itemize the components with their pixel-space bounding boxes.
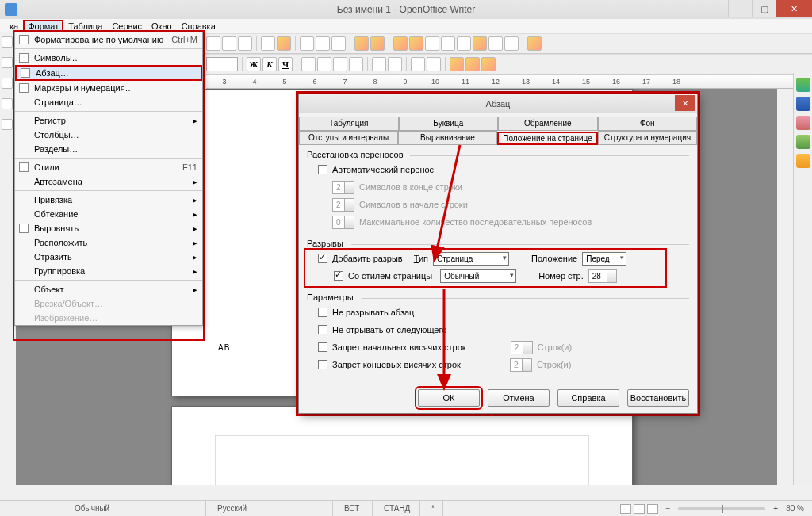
mi-autocorrect[interactable]: Автозамена▸ xyxy=(15,174,202,189)
mi-group[interactable]: Группировка▸ xyxy=(15,264,202,278)
new-icon[interactable] xyxy=(206,36,220,51)
menu-table[interactable]: Таблица xyxy=(63,21,107,32)
chart-icon[interactable] xyxy=(409,36,423,51)
sidebar-properties-icon[interactable] xyxy=(796,78,810,92)
align-justify-icon[interactable] xyxy=(349,57,363,71)
sb-lang[interactable]: Русский xyxy=(206,501,333,516)
spell-icon[interactable] xyxy=(441,36,455,51)
align-center-icon[interactable] xyxy=(317,57,331,71)
zoom-slider[interactable] xyxy=(678,507,765,510)
bold-button[interactable]: Ж xyxy=(247,57,261,71)
sb-selection[interactable]: СТАНД xyxy=(373,501,420,516)
redo-icon[interactable] xyxy=(370,36,385,51)
numlist-icon[interactable] xyxy=(372,57,386,71)
align-left-icon[interactable] xyxy=(301,57,316,71)
menu-format[interactable]: Формат xyxy=(23,20,63,32)
mi-default-formatting[interactable]: Форматирование по умолчаниюCtrl+M xyxy=(15,32,202,47)
spin-widow[interactable]: 2 xyxy=(510,358,532,372)
mi-case[interactable]: Регистр▸ xyxy=(15,113,202,128)
spin-max-hyphen[interactable]: 0 xyxy=(332,216,354,229)
dialog-close-button[interactable]: ✕ xyxy=(675,95,695,111)
mi-page[interactable]: Страница… xyxy=(15,95,202,109)
zoom-in-icon[interactable]: + xyxy=(773,504,778,513)
outdent-icon[interactable] xyxy=(411,57,425,71)
chk-auto-hyphen[interactable] xyxy=(318,165,327,174)
mi-arrange[interactable]: Расположить▸ xyxy=(15,235,202,250)
mi-sections[interactable]: Разделы… xyxy=(15,142,202,156)
sb-style[interactable]: Обычный xyxy=(63,501,206,516)
tab-outline[interactable]: Структура и нумерация xyxy=(598,131,697,144)
tab-tabulation[interactable]: Табуляция xyxy=(299,117,399,130)
view-single-icon[interactable] xyxy=(620,504,631,514)
undo-icon[interactable] xyxy=(354,36,369,51)
mi-align[interactable]: Выровнять▸ xyxy=(15,221,202,235)
tab-indents[interactable]: Отступы и интервалы xyxy=(299,131,398,144)
chk-add-break[interactable] xyxy=(318,254,327,263)
reset-button[interactable]: Восстановить xyxy=(627,389,689,407)
sidebar-navigator-icon[interactable] xyxy=(796,135,810,149)
mi-paragraph[interactable]: Абзац… xyxy=(15,65,202,81)
bullist-icon[interactable] xyxy=(388,57,402,71)
sidebar-gallery-icon[interactable] xyxy=(796,116,810,130)
zoom-value[interactable]: 80 % xyxy=(786,504,804,513)
paragraph-icon[interactable] xyxy=(2,78,13,89)
open-icon[interactable] xyxy=(222,36,236,51)
navigator-icon[interactable] xyxy=(457,36,471,51)
menu-tools[interactable]: Сервис xyxy=(107,21,147,32)
close-button[interactable]: ✕ xyxy=(776,0,812,17)
sb-page[interactable] xyxy=(0,501,63,516)
zoom-out-icon[interactable]: − xyxy=(666,504,671,513)
mi-bullets[interactable]: Маркеры и нумерация… xyxy=(15,81,202,95)
print-icon[interactable] xyxy=(261,36,275,51)
mi-characters[interactable]: Символы… xyxy=(15,51,202,65)
tab-dropcap[interactable]: Буквица xyxy=(399,117,499,130)
combo-break-type[interactable]: Страница xyxy=(433,252,509,266)
chk-keep-together[interactable] xyxy=(318,308,327,317)
hyperlink-icon[interactable] xyxy=(425,36,439,51)
tab-alignment[interactable]: Выравнивание xyxy=(398,131,497,144)
maximize-button[interactable]: ▢ xyxy=(752,0,776,17)
mi-styles[interactable]: СтилиF11 xyxy=(15,160,202,174)
mi-object[interactable]: Объект▸ xyxy=(15,282,202,296)
paste-icon[interactable] xyxy=(331,36,346,51)
tab-background[interactable]: Фон xyxy=(598,117,698,130)
indent-icon[interactable] xyxy=(427,57,441,71)
page-2[interactable] xyxy=(171,406,633,485)
zoom-icon[interactable] xyxy=(504,36,519,51)
menu-edit-cut[interactable]: ка xyxy=(5,21,23,32)
mi-wrap[interactable]: Обтекание▸ xyxy=(15,207,202,221)
menu-help[interactable]: Справка xyxy=(177,21,220,32)
cancel-button[interactable]: Отмена xyxy=(488,389,550,407)
tab-page-position[interactable]: Положение на странице xyxy=(497,132,598,145)
sb-insert[interactable]: ВСТ xyxy=(333,501,373,516)
combo-page-style[interactable]: Обычный xyxy=(440,269,516,283)
char-icon[interactable] xyxy=(2,57,13,68)
view-multi-icon[interactable] xyxy=(634,504,645,514)
help-button[interactable]: Справка xyxy=(557,389,619,407)
styles-icon[interactable] xyxy=(2,98,13,109)
sb-view-icons[interactable] xyxy=(612,504,666,514)
horizontal-ruler[interactable]: 3456789101112131415161718 xyxy=(206,75,812,89)
view-book-icon[interactable] xyxy=(647,504,658,514)
mi-anchor[interactable]: Привязка▸ xyxy=(15,193,202,207)
mi-columns[interactable]: Столбцы… xyxy=(15,128,202,142)
align-right-icon[interactable] xyxy=(333,57,347,71)
sidebar-functions-icon[interactable] xyxy=(796,154,810,168)
ok-button[interactable]: ОК xyxy=(418,389,480,407)
spin-chars-end[interactable]: 2 xyxy=(332,181,354,194)
tab-border[interactable]: Обрамление xyxy=(498,117,598,130)
pdf-icon[interactable] xyxy=(277,36,291,51)
save-icon[interactable] xyxy=(238,36,252,51)
underline-button[interactable]: Ч xyxy=(278,57,293,71)
cut-icon[interactable] xyxy=(300,36,314,51)
fontsize-select[interactable] xyxy=(206,57,238,71)
help-icon[interactable] xyxy=(527,36,542,51)
combo-break-pos[interactable]: Перед xyxy=(582,252,626,266)
menu-window[interactable]: Окно xyxy=(147,21,177,32)
copy-icon[interactable] xyxy=(316,36,330,51)
minimize-button[interactable]: — xyxy=(728,0,752,17)
spin-chars-start[interactable]: 2 xyxy=(332,198,354,212)
table-icon[interactable] xyxy=(393,36,408,51)
clear-format-icon[interactable] xyxy=(2,36,13,48)
bgcolor-icon[interactable] xyxy=(481,57,496,71)
